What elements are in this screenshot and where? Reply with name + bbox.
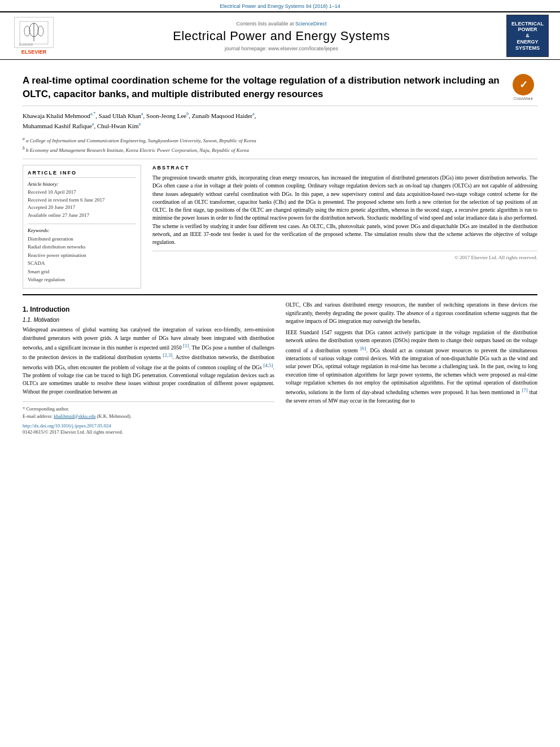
ref-7[interactable]: [7] [522, 387, 528, 393]
svg-point-4 [38, 26, 43, 36]
body-two-columns: 1. Introduction 1.1. Motivation Widespre… [23, 301, 537, 436]
journal-ref-text: Electrical Power and Energy Systems 94 (… [220, 3, 340, 9]
keyword-4: SCADA [28, 259, 136, 267]
elsevier-brand-text: ELSEVIER [21, 49, 47, 55]
email-note: E-mail address: khalihmzd@skku.edu (K.K.… [23, 413, 274, 420]
body-right-para1: OLTC, CBs and various distributed energy… [286, 301, 537, 325]
received-date: Received 10 April 2017 [28, 189, 136, 196]
authors-section: Khawaja Khalid Mehmooda,*, Saad Ullah Kh… [23, 106, 537, 134]
author-khan: Saad Ullah Khan [99, 112, 141, 119]
logo-right-text: ELECTRICALPOWER&ENERGYSYSTEMS [511, 21, 544, 51]
body-left-column: 1. Introduction 1.1. Motivation Widespre… [23, 301, 274, 436]
ref-6[interactable]: [6] [360, 346, 366, 351]
affiliation-b: b b Economy and Management Research Inst… [23, 145, 537, 155]
accepted-date: Accepted 20 June 2017 [28, 204, 136, 212]
journal-title: Electrical Power and Energy Systems [62, 29, 501, 43]
svg-text:ELSEVIER: ELSEVIER [19, 43, 33, 46]
article-title-section: A real-time optimal coordination scheme … [23, 65, 537, 106]
footnote-area: * Corresponding author. E-mail address: … [23, 401, 274, 436]
main-content: A real-time optimal coordination scheme … [0, 60, 560, 447]
copyright-line: © 2017 Elsevier Ltd. All rights reserved… [152, 251, 537, 260]
body-left-para1: Widespread awareness of global warming h… [23, 326, 274, 395]
keywords-label: Keywords: [28, 224, 136, 233]
keyword-2: Radial distribution networks [28, 243, 136, 251]
author-rafique-sup: a [92, 121, 94, 126]
journal-reference-bar: Electrical Power and Energy Systems 94 (… [0, 0, 560, 11]
doi-link[interactable]: http://dx.doi.org/10.1016/j.ijepes.2017.… [23, 423, 111, 429]
contents-label: Contents lists available at [236, 21, 294, 27]
ref-1[interactable]: [1] [183, 343, 189, 348]
homepage-line: journal homepage: www.elsevier.com/locat… [62, 46, 501, 51]
author-rafique: Muhammad Kashif Rafique [23, 123, 92, 129]
abstract-column: ABSTRACT The progression towards smarter… [152, 165, 537, 289]
author-kim-sup: a [139, 121, 141, 126]
article-info-column: ARTICLE INFO Article history: Received 1… [23, 165, 141, 289]
crossmark-badge: ✓ CrossMark [509, 74, 537, 101]
article-info-abstract-columns: ARTICLE INFO Article history: Received 1… [23, 159, 537, 289]
author-haider: Zunaib Maqsood Haider [192, 112, 253, 119]
author-mehmood: Khawaja Khalid Mehmood [23, 112, 90, 119]
elsevier-logo-image: ELSEVIER [14, 17, 54, 48]
section1-1-heading: 1.1. Motivation [23, 317, 274, 323]
sciencedirect-link[interactable]: ScienceDirect [295, 21, 327, 27]
crossmark-label: CrossMark [514, 97, 533, 101]
abstract-text: The progression towards smarter grids, i… [152, 174, 537, 246]
author-lee: Soon-Jeong Lee [146, 112, 186, 119]
author-lee-sup: b [186, 111, 189, 116]
body-right-column: OLTC, CBs and various distributed energy… [286, 301, 537, 436]
journal-center-info: Contents lists available at ScienceDirec… [56, 21, 506, 51]
crossmark-svg: ✓ [514, 75, 533, 94]
keyword-1: Distributed generation [28, 235, 136, 243]
article-title: A real-time optimal coordination scheme … [23, 74, 509, 101]
issn-text: 0142-0615/© 2017 Elsevier Ltd. All right… [23, 429, 274, 436]
author-haider-sup: a [252, 111, 255, 116]
affiliation-a: a a College of Information and Communica… [23, 136, 537, 145]
abstract-title: ABSTRACT [152, 165, 537, 171]
ref-2-3[interactable]: [2,3] [163, 352, 172, 358]
article-history-label: Article history: [28, 181, 136, 187]
received-revised-date: Received in revised form 6 June 2017 [28, 196, 136, 204]
elsevier-logo-left: ELSEVIER ELSEVIER [11, 17, 56, 55]
contents-available-line: Contents lists available at ScienceDirec… [62, 21, 501, 27]
article-body: 1. Introduction 1.1. Motivation Widespre… [23, 294, 537, 442]
elsevier-logo-svg: ELSEVIER [17, 19, 51, 47]
article-info-title: ARTICLE INFO [28, 170, 136, 178]
keyword-6: Voltage regulation [28, 276, 136, 283]
email-name-note: (K.K. Mehmood). [97, 413, 132, 419]
keyword-5: Smart grid [28, 268, 136, 276]
keyword-3: Reactive power optimisation [28, 251, 136, 259]
section1-heading: 1. Introduction [23, 305, 274, 313]
ref-4-5[interactable]: [4,5] [263, 362, 273, 368]
crossmark-icon: ✓ [513, 74, 534, 95]
affiliations-section: a a College of Information and Communica… [23, 133, 537, 159]
body-right-para2: IEEE Standard 1547 suggests that DGs can… [286, 329, 537, 405]
email-link[interactable]: khalihmzd@skku.edu [54, 413, 95, 419]
svg-text:✓: ✓ [519, 79, 528, 90]
corresponding-label: * Corresponding author. [23, 406, 69, 412]
article-info-box: ARTICLE INFO Article history: Received 1… [23, 165, 141, 289]
journal-header: ELSEVIER ELSEVIER Contents lists availab… [0, 11, 560, 60]
email-label: E-mail address: [23, 413, 53, 419]
journal-logo-right: ELECTRICALPOWER&ENERGYSYSTEMS [506, 15, 549, 57]
available-date: Available online 27 June 2017 [28, 212, 136, 220]
author-khan-sup: a [141, 111, 143, 116]
author-mehmood-sup: a,* [90, 111, 96, 116]
svg-point-3 [24, 26, 30, 36]
corresponding-author-note: * Corresponding author. [23, 405, 274, 413]
author-kim: Chul-Hwan Kim [97, 123, 139, 129]
